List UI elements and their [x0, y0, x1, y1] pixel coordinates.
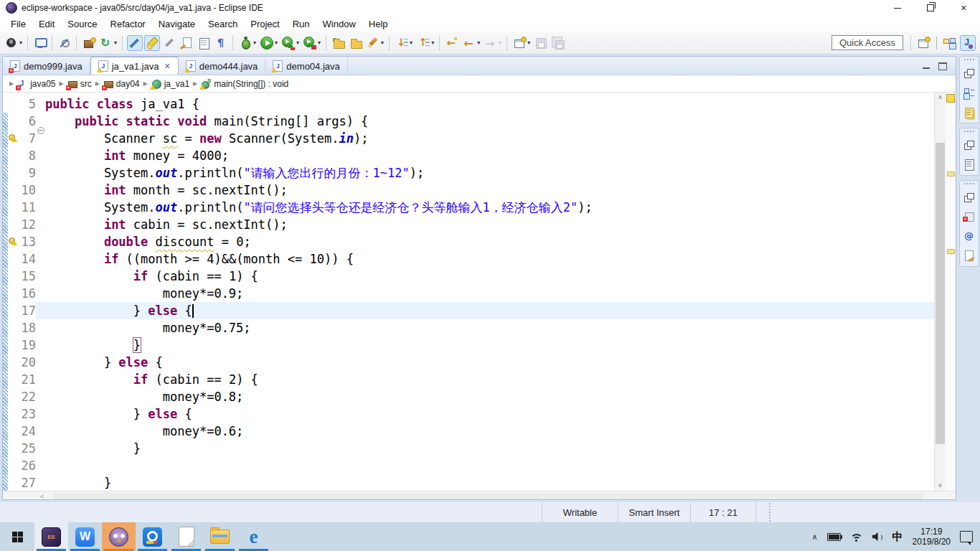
dropdown-caret-icon[interactable]: ▾	[296, 39, 299, 46]
new-window-button[interactable]: ▾	[512, 35, 532, 51]
annotation-ruler[interactable]	[8, 354, 19, 371]
code-text[interactable]: if (cabin == 2) {	[45, 371, 258, 388]
annotation-ruler[interactable]	[8, 199, 19, 216]
refresh-button[interactable]: ▾	[98, 35, 118, 51]
horizontal-scroll-thumb[interactable]	[53, 493, 923, 500]
code-line-content[interactable]: } else {	[36, 354, 934, 371]
code-text[interactable]: money*=0.6;	[45, 423, 243, 440]
annotation-ruler[interactable]	[8, 164, 19, 182]
annotation-ruler[interactable]	[8, 182, 19, 199]
code-text[interactable]: } else {	[45, 354, 163, 371]
overview-warning-indicator[interactable]	[946, 94, 955, 103]
dropdown-caret-icon[interactable]: ▾	[114, 39, 117, 46]
breadcrumb-item-src[interactable]: ×src	[67, 79, 92, 89]
code-line-content[interactable]: System.out.println("请问您选择头等仓还是经济仓？头等舱输入1…	[36, 199, 934, 216]
volume-icon[interactable]	[872, 532, 883, 541]
dropdown-caret-icon[interactable]: ▾	[19, 39, 22, 46]
open-declaration-button[interactable]	[179, 35, 194, 51]
wifi-icon[interactable]	[850, 532, 863, 542]
tray-overflow-chevron-icon[interactable]: ∧	[812, 532, 818, 542]
outline-view-button[interactable]	[962, 86, 976, 100]
dropdown-caret-icon[interactable]: ▾	[410, 39, 413, 46]
scroll-down-icon[interactable]: ∨	[935, 481, 946, 491]
debug-button[interactable]: ▾	[237, 35, 258, 51]
dropdown-caret-icon[interactable]: ▾	[253, 39, 256, 46]
taskbar-search-app[interactable]	[136, 522, 169, 551]
code-text[interactable]: public class ja_va1 {	[45, 95, 199, 113]
code-text[interactable]: }	[45, 440, 141, 457]
quick-access-box[interactable]: Quick Access	[831, 35, 903, 50]
show-whitespace-toggle[interactable]	[213, 35, 229, 51]
annotation-ruler[interactable]	[8, 457, 19, 474]
annotation-ruler[interactable]	[8, 216, 19, 233]
dropdown-caret-icon[interactable]: ▾	[275, 39, 278, 46]
code-line-content[interactable]: }	[36, 440, 934, 457]
vertical-scroll-thumb[interactable]	[936, 143, 945, 444]
ime-indicator[interactable]: 中	[892, 530, 903, 544]
new-java-package-button[interactable]	[81, 35, 97, 51]
forward-button[interactable]: ▾	[483, 35, 503, 51]
code-line-content[interactable]: Scanner sc = new Scanner(System.in);	[36, 130, 934, 147]
start-button[interactable]	[0, 522, 34, 551]
highlight-toggle[interactable]	[144, 35, 160, 51]
menu-file[interactable]: File	[4, 17, 32, 31]
menu-run[interactable]: Run	[286, 17, 316, 31]
problems-view-button[interactable]	[962, 210, 976, 225]
dropdown-caret-icon[interactable]: ▾	[527, 39, 530, 46]
code-text[interactable]: public static void main(String[] args) {	[45, 113, 368, 130]
code-text[interactable]: if (cabin == 1) {	[45, 268, 258, 285]
code-line-content[interactable]: public static void main(String[] args) {	[36, 113, 934, 130]
breadcrumb-item-java05[interactable]: ×java05	[17, 79, 55, 89]
javadoc-view-button[interactable]	[962, 230, 976, 244]
code-text[interactable]: }	[45, 474, 111, 491]
close-window-button[interactable]: ×	[947, 0, 980, 16]
code-line-content[interactable]: int cabin = sc.nextInt();	[36, 216, 934, 233]
annotation-ruler[interactable]	[8, 302, 19, 319]
editor-tab-ja_va1-java[interactable]: Jja_va1.java✕	[90, 57, 179, 75]
dropdown-caret-icon[interactable]: ▾	[431, 39, 434, 46]
last-edit-location-button[interactable]	[444, 35, 460, 51]
code-line-content[interactable]: System.out.println("请输入您出行的月份：1~12");	[36, 164, 934, 182]
java-perspective-button[interactable]	[960, 35, 976, 51]
code-text[interactable]: } else {	[45, 405, 192, 423]
console-view-button[interactable]	[962, 158, 976, 172]
task-list-view-button[interactable]	[962, 105, 976, 120]
taskbar-eclipse[interactable]: EE	[34, 522, 68, 551]
code-text[interactable]: int cabin = sc.nextInt();	[45, 216, 288, 233]
code-text[interactable]: System.out.println("请问您选择头等仓还是经济仓？头等舱输入1…	[45, 199, 593, 216]
code-line-content[interactable]: money*=0.8;	[36, 388, 934, 405]
mark-occurrences-toggle[interactable]	[127, 35, 143, 51]
editor-tab-demo999-java[interactable]: J×demo999.java	[3, 57, 90, 75]
menu-source[interactable]: Source	[61, 17, 103, 31]
resource-perspective-button[interactable]	[941, 35, 957, 51]
save-button[interactable]	[533, 35, 549, 51]
minimize-window-button[interactable]	[881, 0, 914, 16]
code-line-content[interactable]: if (cabin == 2) {	[36, 371, 934, 388]
horizontal-scrollbar[interactable]: <	[3, 491, 956, 500]
drag-handle-icon[interactable]	[963, 130, 975, 133]
annotation-ruler[interactable]	[8, 130, 19, 147]
code-line-content[interactable]: money*=0.75;	[36, 319, 934, 336]
annotation-ruler[interactable]	[8, 147, 19, 164]
warning-annotation-icon[interactable]	[9, 237, 17, 246]
code-line-content[interactable]: double discount = 0;	[36, 233, 934, 250]
run-button[interactable]: ▾	[259, 35, 279, 51]
menu-help[interactable]: Help	[362, 17, 395, 31]
create-marker-button[interactable]: ▾	[365, 35, 385, 51]
annotation-ruler[interactable]	[8, 405, 19, 423]
battery-icon[interactable]	[827, 533, 841, 541]
taskbar-explorer[interactable]	[203, 522, 237, 551]
code-line-content[interactable]: }	[36, 336, 934, 354]
breadcrumb-item-main-String-void[interactable]: main(String[]) : void	[201, 79, 288, 89]
restore-view-button[interactable]	[962, 67, 976, 81]
save-all-button[interactable]	[550, 35, 566, 51]
declaration-view-button[interactable]	[962, 249, 976, 263]
code-line-content[interactable]	[36, 457, 934, 474]
breadcrumb-item-day04[interactable]: ×day04	[103, 79, 140, 89]
open-file-button[interactable]	[348, 35, 364, 51]
restore-view-button[interactable]	[962, 191, 976, 205]
editor-tab-demo04-java[interactable]: Jdemo04.java	[265, 57, 347, 75]
scroll-up-icon[interactable]: ∧	[935, 93, 946, 103]
scroll-left-icon[interactable]: <	[40, 491, 44, 500]
annotation-ruler[interactable]	[8, 233, 19, 250]
